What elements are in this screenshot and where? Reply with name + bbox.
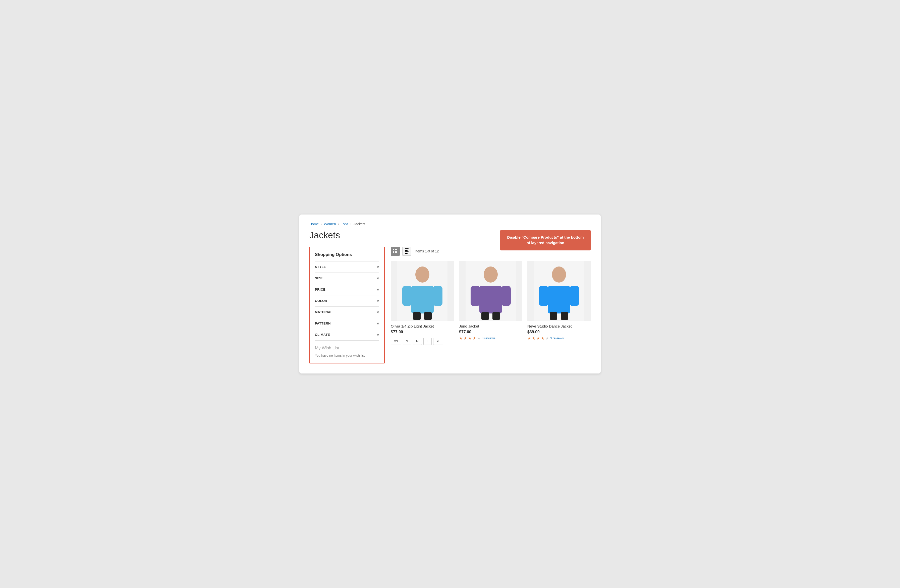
- reviews-link[interactable]: 3 reviews: [550, 336, 564, 340]
- filter-label: MATERIAL: [315, 310, 332, 314]
- chevron-icon: ∨: [377, 310, 379, 314]
- svg-rect-17: [492, 312, 500, 320]
- star-rating: ★★★★★ 3 reviews: [528, 336, 564, 341]
- filter-label: CLIMATE: [315, 333, 330, 337]
- chevron-icon: ∨: [377, 299, 379, 303]
- size-button[interactable]: XL: [433, 338, 444, 345]
- breadcrumb-current: Jackets: [354, 222, 365, 226]
- size-buttons: XSSMLXL: [391, 338, 443, 345]
- size-button[interactable]: S: [403, 338, 411, 345]
- page-container: Home › Women › Tops › Jackets Jackets Di…: [299, 214, 601, 374]
- svg-point-1: [415, 267, 430, 282]
- chevron-icon: ∨: [377, 288, 379, 292]
- svg-rect-21: [548, 286, 558, 313]
- product-name: Juno Jacket: [459, 324, 479, 328]
- star-filled: ★: [464, 336, 467, 341]
- product-image: [528, 261, 591, 321]
- grid-view-button[interactable]: [391, 247, 400, 256]
- svg-point-19: [552, 267, 566, 282]
- star-filled: ★: [459, 336, 462, 341]
- filter-item-price[interactable]: PRICE ∨: [315, 284, 379, 295]
- svg-rect-12: [479, 286, 489, 313]
- svg-rect-13: [492, 286, 502, 313]
- svg-rect-22: [560, 286, 570, 313]
- star-filled: ★: [532, 336, 535, 341]
- product-name: Olivia 1/4 Zip Light Jacket: [391, 324, 434, 328]
- product-image: [391, 261, 454, 321]
- filter-item-style[interactable]: STYLE ∨: [315, 261, 379, 273]
- filter-item-pattern[interactable]: PATTERN ∨: [315, 318, 379, 329]
- svg-rect-3: [411, 286, 421, 313]
- items-count: Items 1-9 of 12: [415, 249, 439, 253]
- svg-rect-8: [424, 312, 432, 320]
- star-filled: ★: [468, 336, 472, 341]
- sidebar: Shopping Options STYLE ∨ SIZE ∨ PRICE ∨ …: [309, 247, 385, 364]
- breadcrumb: Home › Women › Tops › Jackets: [309, 222, 591, 226]
- filter-item-color[interactable]: COLOR ∨: [315, 295, 379, 306]
- svg-rect-6: [433, 286, 442, 306]
- filter-label: PRICE: [315, 288, 326, 292]
- chevron-icon: ∨: [377, 276, 379, 280]
- chevron-icon: ∨: [377, 265, 379, 269]
- svg-point-10: [484, 267, 498, 282]
- filter-item-material[interactable]: MATERIAL ∨: [315, 306, 379, 318]
- filter-list: STYLE ∨ SIZE ∨ PRICE ∨ COLOR ∨ MATERIAL …: [315, 261, 379, 341]
- reviews-link[interactable]: 3 reviews: [482, 336, 495, 340]
- wishlist-title: My Wish List: [315, 346, 379, 351]
- wishlist-text: You have no items in your wish list.: [315, 353, 379, 358]
- svg-rect-4: [424, 286, 434, 313]
- wishlist-section: My Wish List You have no items in your w…: [315, 346, 379, 358]
- product-card: Juno Jacket $77.00 ★★★★★ 3 reviews: [459, 261, 522, 345]
- grid-view-icon: [393, 249, 397, 253]
- svg-rect-7: [413, 312, 421, 320]
- svg-rect-15: [501, 286, 511, 306]
- svg-rect-25: [550, 312, 557, 320]
- svg-rect-23: [539, 286, 548, 306]
- svg-rect-14: [470, 286, 480, 306]
- star-filled: ★: [473, 336, 476, 341]
- product-price: $69.00: [528, 330, 540, 334]
- product-image: [459, 261, 522, 321]
- breadcrumb-home[interactable]: Home: [309, 222, 319, 226]
- chevron-icon: ∨: [377, 333, 379, 337]
- filter-label: PATTERN: [315, 321, 331, 325]
- list-view-icon: [405, 248, 408, 254]
- size-button[interactable]: XS: [391, 338, 401, 345]
- breadcrumb-women[interactable]: Women: [324, 222, 336, 226]
- star-filled: ★: [528, 336, 531, 341]
- title-area: Jackets Disable "Compare Products" at th…: [309, 230, 591, 240]
- star-filled: ★: [536, 336, 540, 341]
- product-card: Olivia 1/4 Zip Light Jacket $77.00 XSSML…: [391, 261, 454, 345]
- product-card: Neve Studio Dance Jacket $69.00 ★★★★★ 3 …: [528, 261, 591, 345]
- star-rating: ★★★★★ 3 reviews: [459, 336, 495, 341]
- product-name: Neve Studio Dance Jacket: [528, 324, 572, 328]
- star-empty: ★: [477, 336, 481, 341]
- svg-rect-26: [561, 312, 568, 320]
- filter-label: COLOR: [315, 299, 327, 303]
- main-layout: Shopping Options STYLE ∨ SIZE ∨ PRICE ∨ …: [309, 247, 591, 364]
- size-button[interactable]: L: [424, 338, 432, 345]
- svg-rect-16: [481, 312, 489, 320]
- filter-label: SIZE: [315, 276, 323, 280]
- product-grid: Olivia 1/4 Zip Light Jacket $77.00 XSSML…: [391, 261, 591, 345]
- star-empty: ★: [545, 336, 549, 341]
- svg-rect-5: [402, 286, 412, 306]
- product-area: Items 1-9 of 12 Olivia 1/4 Zip Light Jac…: [391, 247, 591, 364]
- breadcrumb-sep-1: ›: [321, 222, 322, 226]
- svg-rect-24: [569, 286, 579, 306]
- star-filled: ★: [541, 336, 545, 341]
- breadcrumb-tops[interactable]: Tops: [341, 222, 349, 226]
- chevron-icon: ∨: [377, 321, 379, 326]
- size-button[interactable]: M: [413, 338, 422, 345]
- filter-label: STYLE: [315, 265, 326, 269]
- sidebar-title: Shopping Options: [315, 252, 379, 257]
- filter-item-size[interactable]: SIZE ∨: [315, 273, 379, 284]
- product-price: $77.00: [459, 330, 471, 334]
- filter-item-climate[interactable]: CLIMATE ∨: [315, 329, 379, 341]
- list-view-button[interactable]: [402, 247, 411, 256]
- callout-box: Disable "Compare Products" at the bottom…: [500, 230, 591, 250]
- breadcrumb-sep-2: ›: [338, 222, 339, 226]
- breadcrumb-sep-3: ›: [351, 222, 352, 226]
- product-price: $77.00: [391, 330, 403, 334]
